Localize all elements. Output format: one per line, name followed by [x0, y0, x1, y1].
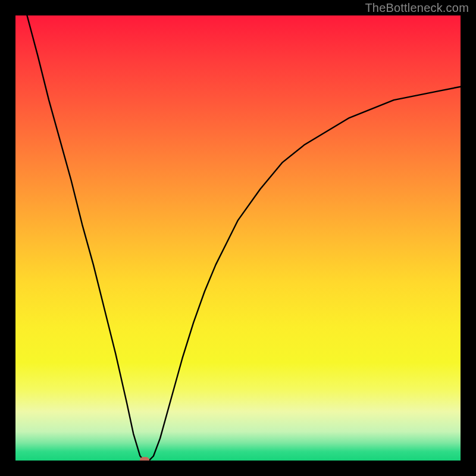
plot-area — [15, 15, 461, 461]
chart-frame: TheBottleneck.com — [0, 0, 476, 476]
curve-svg — [15, 15, 461, 461]
watermark-text: TheBottleneck.com — [365, 1, 469, 15]
bottleneck-curve — [15, 15, 461, 461]
optimum-marker — [140, 457, 149, 461]
